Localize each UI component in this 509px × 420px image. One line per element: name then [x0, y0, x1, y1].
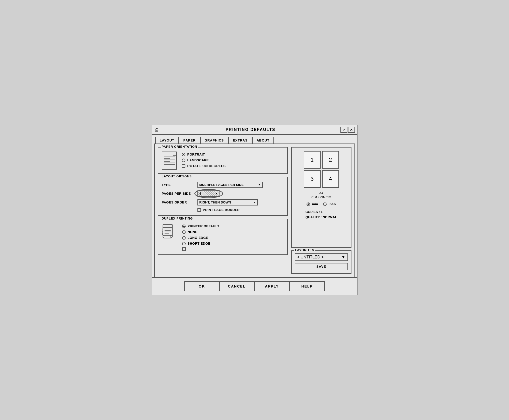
duplex-radio-group: PRINTER DEFAULT NONE LONG EDGE SHOR — [182, 223, 220, 251]
radio-label-landscape: LANDSCAPE — [187, 158, 209, 162]
favorites-label: FAVORITES — [294, 248, 315, 252]
page-line-1 — [164, 157, 175, 157]
type-arrow-icon: ▼ — [258, 183, 261, 186]
pages-order-label: PAGES ORDER — [162, 200, 194, 204]
pages-per-side-arrow-icon: ▼ — [215, 192, 218, 195]
checkbox-square-border — [197, 208, 201, 212]
save-button[interactable]: SAVE — [295, 263, 348, 270]
printer-icon: 🖨 — [154, 127, 159, 132]
radio-circle-short-edge — [182, 242, 186, 245]
help-action-button[interactable]: HELP — [290, 281, 325, 291]
checkbox-print-border[interactable]: PRINT PAGE BORDER — [197, 208, 240, 212]
quality-label: QUALITY : NORMAL — [306, 215, 337, 220]
radio-none[interactable]: NONE — [182, 230, 220, 234]
radio-dot-portrait — [183, 154, 184, 155]
print-border-label: PRINT PAGE BORDER — [203, 208, 240, 212]
close-button[interactable]: ✕ — [348, 127, 355, 133]
radio-printer-default[interactable]: PRINTER DEFAULT — [182, 224, 220, 228]
title-bar: 🖨 PRINTING DEFAULTS ? ✕ — [152, 125, 357, 135]
duplex-content: PRINTER DEFAULT NONE LONG EDGE SHOR — [162, 222, 284, 251]
left-panel: PAPER ORIENTATION — [158, 147, 288, 274]
radio-label-long-edge: LONG EDGE — [188, 236, 208, 240]
radio-dot-printer-default — [183, 226, 185, 227]
printing-defaults-dialog: 🖨 PRINTING DEFAULTS ? ✕ LAYOUT PAPER GRA… — [152, 125, 357, 295]
favorites-select[interactable]: < UNTITLED > ▼ — [295, 253, 348, 261]
checkbox-duplex-extra[interactable] — [182, 247, 220, 251]
radio-label-printer-default: PRINTER DEFAULT — [188, 224, 220, 228]
radio-dot-mm — [308, 203, 309, 205]
paper-orientation-group: PAPER ORIENTATION — [158, 147, 288, 174]
tab-extras[interactable]: EXTRAS — [228, 137, 252, 144]
duplex-printer-icon — [162, 223, 178, 240]
duplex-printing-group: DUPLEX PRINTING — [158, 219, 288, 255]
page-portrait-icon — [162, 152, 177, 170]
tab-layout[interactable]: LAYOUT — [155, 137, 179, 144]
page-cell-2: 2 — [322, 151, 339, 169]
page-line-6 — [164, 164, 175, 165]
favorites-arrow-icon: ▼ — [341, 255, 345, 259]
radio-circle-none — [182, 230, 186, 234]
svg-point-6 — [162, 233, 163, 235]
button-bar: OK CANCEL APPLY HELP — [152, 277, 357, 295]
pages-per-side-row: PAGES PER SIDE 4 ▼ — [162, 190, 284, 197]
radio-inch[interactable]: inch — [323, 202, 336, 206]
apply-button[interactable]: APPLY — [255, 281, 290, 291]
print-border-row: PRINT PAGE BORDER — [162, 208, 284, 212]
tab-bar: LAYOUT PAPER GRAPHICS EXTRAS ABOUT — [152, 135, 357, 144]
orientation-content: PORTRAIT LANDSCAPE ROTATE 180 DEGREES — [162, 150, 284, 170]
preview-box: 1 2 3 4 A4 210 x 297mm mm — [291, 147, 351, 248]
checkbox-square-duplex — [182, 247, 186, 251]
page-line-4 — [164, 161, 170, 162]
pages-order-value: RIGHT, THEN DOWN — [199, 200, 231, 204]
tab-paper[interactable]: PAPER — [179, 137, 200, 144]
layout-options-group: LAYOUT OPTIONS TYPE MULTIPLE PAGES PER S… — [158, 177, 288, 216]
radio-portrait[interactable]: PORTRAIT — [182, 153, 226, 156]
radio-short-edge[interactable]: SHORT EDGE — [182, 242, 220, 245]
favorites-group: FAVORITES < UNTITLED > ▼ SAVE — [291, 250, 351, 274]
page-cell-1: 1 — [304, 151, 321, 169]
radio-mm[interactable]: mm — [307, 202, 318, 206]
pages-order-select[interactable]: RIGHT, THEN DOWN ▼ — [197, 199, 258, 205]
radio-label-mm: mm — [312, 202, 318, 206]
duplex-printing-label: DUPLEX PRINTING — [161, 217, 194, 220]
page-line-3 — [164, 160, 175, 160]
radio-circle-landscape — [182, 159, 185, 162]
pages-order-arrow-icon: ▼ — [253, 201, 256, 204]
copies-quality-info: COPIES : 1 QUALITY : NORMAL — [306, 209, 337, 220]
svg-point-3 — [162, 228, 163, 229]
svg-point-4 — [162, 230, 163, 231]
checkbox-square-rotate — [182, 164, 185, 168]
checkbox-label-rotate: ROTATE 180 DEGREES — [187, 164, 226, 168]
title-bar-buttons: ? ✕ — [340, 127, 355, 133]
svg-rect-11 — [164, 235, 171, 238]
cancel-button[interactable]: CANCEL — [220, 281, 255, 291]
copies-label: COPIES : 1 — [306, 209, 337, 215]
tab-about[interactable]: ABOUT — [252, 137, 274, 144]
ok-button[interactable]: OK — [184, 281, 220, 291]
radio-circle-portrait — [182, 153, 185, 156]
help-button[interactable]: ? — [340, 127, 347, 133]
orientation-radio-group: PORTRAIT LANDSCAPE ROTATE 180 DEGREES — [182, 152, 226, 168]
checkbox-rotate[interactable]: ROTATE 180 DEGREES — [182, 164, 226, 168]
page-line-2 — [164, 158, 170, 159]
pages-per-side-container: 4 ▼ — [197, 190, 220, 197]
type-select[interactable]: MULTIPLE PAGES PER SIDE ▼ — [197, 182, 263, 188]
radio-landscape[interactable]: LANDSCAPE — [182, 158, 226, 162]
radio-circle-long-edge — [182, 236, 186, 240]
radio-label-portrait: PORTRAIT — [187, 153, 205, 156]
tab-graphics[interactable]: GRAPHICS — [200, 137, 229, 144]
favorites-value: < UNTITLED > — [297, 255, 324, 259]
paper-size: A4 210 x 297mm — [311, 191, 331, 199]
type-label: TYPE — [162, 183, 194, 187]
paper-size-name: A4 — [311, 191, 331, 195]
pages-per-side-select[interactable]: 4 ▼ — [197, 190, 220, 197]
radio-circle-inch — [323, 202, 327, 206]
radio-long-edge[interactable]: LONG EDGE — [182, 236, 220, 240]
page-cell-4: 4 — [322, 170, 339, 188]
type-row: TYPE MULTIPLE PAGES PER SIDE ▼ — [162, 182, 284, 188]
radio-label-short-edge: SHORT EDGE — [188, 242, 210, 245]
layout-options-label: LAYOUT OPTIONS — [161, 175, 193, 178]
radio-circle-printer-default — [182, 225, 186, 228]
page-cell-3: 3 — [304, 170, 321, 188]
pages-per-side-value: 4 — [199, 192, 201, 195]
